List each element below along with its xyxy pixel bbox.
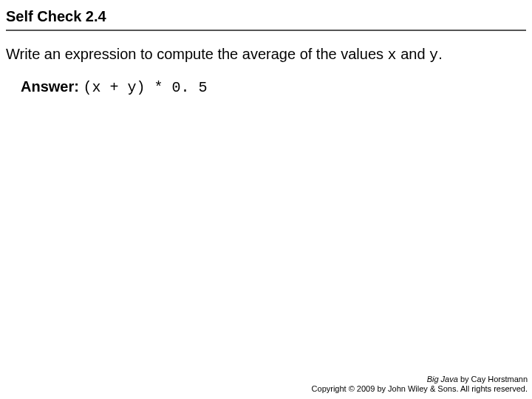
answer-label: Answer:	[21, 78, 79, 95]
question-block: Write an expression to compute the avera…	[0, 31, 532, 65]
title-area: Self Check 2.4	[0, 0, 532, 31]
code-var-y: y	[429, 47, 438, 64]
footer-line-2: Copyright © 2009 by John Wiley & Sons. A…	[312, 384, 528, 395]
question-text-2: and	[400, 46, 429, 62]
question-text-3: .	[438, 46, 443, 62]
book-author: by Cay Horstmann	[460, 375, 528, 383]
footer-line-1: Big Java by Cay Horstmann	[312, 375, 528, 385]
code-var-x: x	[388, 47, 397, 64]
slide-title: Self Check 2.4	[6, 7, 526, 25]
question-text-1: Write an expression to compute the avera…	[6, 46, 388, 62]
book-title: Big Java	[427, 375, 458, 383]
footer: Big Java by Cay Horstmann Copyright © 20…	[312, 375, 528, 395]
answer-block: Answer: (x + y) * 0. 5	[0, 65, 532, 96]
slide: Self Check 2.4 Write an expression to co…	[0, 0, 532, 399]
answer-code: (x + y) * 0. 5	[83, 79, 207, 96]
